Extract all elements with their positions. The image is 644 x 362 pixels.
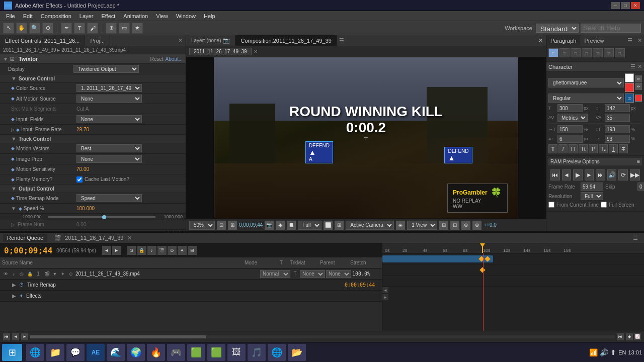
taskbar-folder[interactable]: 📂 (288, 344, 306, 361)
input-fields-dropdown[interactable]: None (76, 115, 142, 123)
stroke-pen-icon[interactable]: ✏ (635, 83, 642, 90)
align-center-btn[interactable]: ≡ (559, 48, 570, 57)
tool-pen[interactable]: ✒ (61, 23, 72, 34)
all-caps-btn[interactable]: TT (569, 144, 578, 153)
font-style-select[interactable]: Regular (548, 94, 624, 103)
time-remap-keyframe[interactable] (479, 267, 485, 273)
image-prep-dropdown[interactable]: None (76, 155, 142, 163)
grid-toggle-icon[interactable]: ⊕ (472, 221, 481, 230)
maximize-btn[interactable]: □ (621, 2, 630, 9)
minimize-btn[interactable]: ─ (611, 2, 620, 9)
comp-viewer-tab[interactable]: Composition: 2011_11_26_17_49_39 (235, 35, 337, 46)
align-justify-center-btn[interactable]: ≡ (593, 48, 603, 57)
speed-pct-number[interactable]: 100.000 (76, 206, 95, 211)
tool-anchor[interactable]: ⊕ (106, 23, 117, 34)
taskbar-skype[interactable]: 💬 (66, 344, 85, 361)
play-btn[interactable]: ▶ (573, 169, 583, 180)
character-panel-close[interactable]: ✕ (637, 63, 642, 70)
layer-1-trk-mat[interactable]: None (300, 270, 325, 278)
taskbar-game[interactable]: 🎮 (167, 344, 185, 361)
taskbar-browser2[interactable]: 🌐 (268, 344, 286, 361)
frame-rate-input[interactable] (581, 183, 603, 191)
search-help-input[interactable] (581, 24, 641, 33)
alt-motion-dropdown[interactable]: None (76, 95, 142, 103)
tool-shape[interactable]: ★ (132, 23, 143, 34)
tool-text[interactable]: T (74, 23, 85, 34)
speed-slider-track[interactable] (48, 216, 155, 218)
scroll-left-btn[interactable]: ◄ (382, 287, 388, 293)
stroke-swatch-2[interactable] (635, 95, 642, 102)
volume-icon[interactable]: 🔊 (600, 348, 608, 356)
menu-edit[interactable]: Edit (19, 12, 37, 20)
layer-1-parent[interactable]: None (326, 270, 351, 278)
camera-select[interactable]: Active Camera (346, 221, 394, 230)
bold-btn[interactable]: T (548, 144, 557, 153)
small-caps-btn[interactable]: Tt (579, 144, 588, 153)
paragraph-tab[interactable]: Paragraph (546, 35, 580, 46)
ram-play-btn[interactable]: ▶▶ (630, 169, 640, 180)
strikethrough-btn[interactable]: T̶ (619, 144, 628, 153)
track-control-header[interactable]: ▼ Track Control (0, 135, 186, 143)
align-justify-right-btn[interactable]: ≡ (604, 48, 614, 57)
next-frame-btn[interactable]: ► (585, 169, 594, 180)
layer-1-lock[interactable]: 🔒 (26, 270, 33, 278)
snapshot-icon[interactable]: 📷 (265, 221, 274, 230)
comp-tab-close[interactable]: ✕ (254, 49, 258, 54)
menu-file[interactable]: File (2, 12, 19, 20)
motion-sensitivity-number[interactable]: 70.00 (76, 166, 89, 172)
tl-nav-next[interactable]: ► (21, 333, 28, 340)
motion-path-icon[interactable]: ⊕ (461, 221, 470, 230)
taskbar-ae[interactable]: AE (87, 344, 105, 361)
zoom-select[interactable]: 50% (189, 221, 215, 230)
workspace-select[interactable]: Standard (536, 24, 579, 33)
tl-solo-btn[interactable]: S (127, 246, 136, 255)
timeline-menu-btn[interactable]: ☰ (630, 235, 641, 241)
loop-btn[interactable]: ⟳ (618, 169, 628, 180)
align-justify-left-btn[interactable]: ≡ (582, 48, 592, 57)
effect-controls-tab[interactable]: Effect Controls: 2011_11_26... (0, 35, 85, 46)
playhead[interactable] (483, 253, 484, 331)
taskbar-itunes[interactable]: 🎵 (248, 344, 266, 361)
grid-icon[interactable]: ⊞ (335, 221, 344, 230)
layer-viewer-tab[interactable]: Layer: (none) 📷 (186, 35, 235, 46)
layer-1-audio[interactable]: ♪ (10, 270, 17, 278)
text-color-swatch[interactable] (625, 73, 634, 82)
taskbar-ps[interactable]: 🖼 (227, 344, 246, 361)
view-options-icon[interactable]: ◈ (396, 221, 405, 230)
reset-btn[interactable]: Reset (150, 56, 163, 62)
font-size-input[interactable] (557, 104, 583, 112)
pixel-icon[interactable]: ⊞ (228, 221, 237, 230)
menu-composition[interactable]: Composition (37, 12, 75, 20)
layer-1-motion[interactable]: ⊙ (67, 270, 74, 278)
tl-motionblur-btn[interactable]: ⊙ (168, 246, 177, 255)
motion-vectors-dropdown[interactable]: Best (76, 144, 142, 152)
layer-1-visibility[interactable]: 👁 (2, 270, 9, 278)
taskbar-green2[interactable]: 🟩 (207, 344, 225, 361)
leading-input[interactable] (605, 104, 630, 112)
3d-icon[interactable]: ⊡ (450, 221, 459, 230)
resolution-select[interactable]: Full (581, 192, 603, 200)
close-btn[interactable]: ✕ (631, 2, 640, 9)
h-scale-input[interactable] (557, 125, 583, 133)
start-button[interactable]: ⊞ (2, 344, 22, 361)
tracking-input[interactable] (605, 114, 630, 122)
text-pen-icon[interactable]: ✏ (635, 75, 642, 82)
baseline-input[interactable] (557, 135, 583, 143)
v-scale-input[interactable] (605, 125, 630, 133)
tl-nav-prev[interactable]: ◄ (12, 333, 19, 340)
subscript-btn[interactable]: T₂ (599, 144, 608, 153)
underline-btn[interactable]: T (609, 144, 618, 153)
right-panel-menu[interactable]: ☰ (624, 37, 635, 44)
about-btn[interactable]: About... (166, 56, 183, 62)
show-alpha-icon[interactable]: ◉ (276, 221, 285, 230)
source-control-header[interactable]: ▼ Source Control (0, 74, 186, 83)
comp-timeline-tab[interactable]: 🎬 2011_11_26_17_49_39 ✕ (50, 234, 135, 242)
color-source-dropdown[interactable]: 1. 2011_11_26_17_49... (76, 84, 142, 92)
speed-slider-thumb[interactable] (102, 215, 106, 219)
tl-lock-btn[interactable]: 🔒 (137, 246, 146, 255)
skip-to-end-btn[interactable]: ⏭ (596, 169, 605, 180)
taskbar-green1[interactable]: 🟩 (187, 344, 205, 361)
timeline-scrollbar[interactable] (30, 335, 615, 338)
tool-zoom[interactable]: 🔍 (29, 23, 40, 34)
right-panel-close[interactable]: ✕ (635, 37, 644, 44)
